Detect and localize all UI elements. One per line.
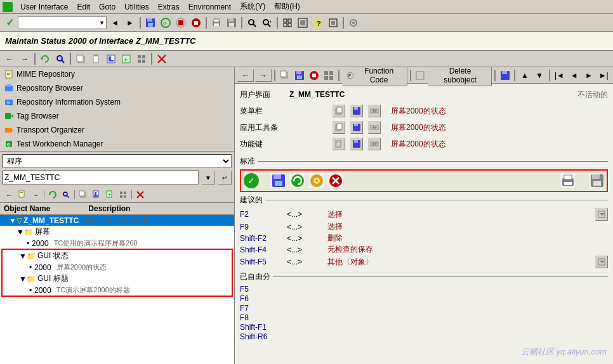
rt-nav-prev[interactable]: ◄	[567, 68, 581, 82]
menu-extras[interactable]: Extras	[154, 1, 183, 13]
tree-row-2[interactable]: • 2000 TC使用的演示程序屏幕200	[0, 238, 234, 249]
find-next-btn[interactable]: +	[260, 16, 274, 30]
lt-copy-btn[interactable]	[77, 188, 89, 201]
tree-row-6[interactable]: • 2000 TC演示屏幕2000的标题	[3, 285, 232, 296]
nav-fwd-btn[interactable]: ►	[123, 16, 137, 30]
lt-create-btn[interactable]: +	[103, 188, 116, 201]
customize-btn[interactable]	[326, 16, 340, 30]
suggest-icon-0[interactable]	[595, 208, 608, 221]
green-check-btn[interactable]: ✓	[3, 16, 16, 30]
std-btn-refresh[interactable]	[289, 173, 305, 188]
tree-toggle-1[interactable]: ▼	[16, 228, 24, 237]
add-btn[interactable]	[104, 52, 118, 66]
settings-btn[interactable]	[346, 16, 360, 30]
rt-blank-btn[interactable]	[414, 68, 427, 82]
tree-toggle-5[interactable]: ▼	[19, 275, 27, 283]
menu-icon1[interactable]	[333, 105, 345, 117]
back-btn[interactable]: ←	[3, 52, 16, 66]
rt-nav-last[interactable]: ►|	[597, 68, 610, 82]
rt-nav-up[interactable]: ▲	[518, 68, 531, 82]
shortcut-btn2[interactable]	[174, 16, 188, 30]
std-btn-redx[interactable]	[327, 173, 343, 188]
lt-reload-btn[interactable]	[46, 188, 59, 201]
nav-tag[interactable]: Tag Browser	[0, 109, 234, 123]
program-go-btn[interactable]: ↵	[218, 171, 232, 185]
rt-fwd-btn[interactable]: →	[255, 69, 272, 82]
rt-grid-btn[interactable]	[322, 68, 336, 82]
rt-back-btn[interactable]: ←	[237, 69, 254, 82]
program-combo[interactable]: 程序	[3, 154, 232, 168]
left-panel: MIME Repository Repository Browser 🔍 Rep…	[0, 67, 235, 364]
rt-save-btn[interactable]	[293, 68, 306, 82]
nav-back-btn[interactable]: ◄	[108, 16, 122, 30]
std-btn-check[interactable]: ✓	[244, 173, 259, 188]
std-btn-save[interactable]	[270, 173, 286, 188]
program-browse-btn[interactable]: ▼	[201, 171, 215, 185]
menu-system[interactable]: 系统(Y)	[236, 0, 269, 13]
std-btn-print[interactable]	[560, 173, 575, 188]
program-input[interactable]	[3, 171, 199, 185]
rt-nav-next[interactable]: ►	[582, 68, 595, 82]
paste-btn[interactable]	[89, 52, 103, 66]
search-btn[interactable]	[53, 52, 67, 66]
reload-btn[interactable]	[38, 52, 52, 66]
std-btn-disk[interactable]	[589, 173, 604, 188]
tree-row-3[interactable]: ▼ 📁 GUI 状态	[3, 250, 232, 262]
rt-save2-btn[interactable]	[498, 68, 511, 82]
create-btn[interactable]: +	[119, 52, 133, 66]
nav-test[interactable]: ⚙ Test Workbench Manager	[0, 137, 234, 151]
disk-btn[interactable]	[225, 16, 239, 30]
rt-copy-btn[interactable]	[278, 68, 291, 82]
lt-fwd-btn[interactable]: →	[29, 188, 42, 201]
print-btn[interactable]	[209, 16, 223, 30]
lt-delete-btn[interactable]	[134, 188, 147, 201]
suggest-icon-4[interactable]	[595, 256, 608, 268]
tree-row-4[interactable]: • 2000 屏幕2000的状态	[3, 262, 232, 273]
contract-btn[interactable]	[296, 16, 310, 30]
help-btn[interactable]: ?	[311, 16, 325, 30]
tree-area[interactable]: ▼ ▽ Z_MM_TESTTC 屏幕元素TC演示程序 ▼ 📁 屏幕 • 2000	[0, 215, 234, 364]
forward-btn[interactable]: →	[18, 52, 32, 66]
menu-icon2[interactable]	[350, 105, 363, 117]
lt-back-btn[interactable]: ←	[3, 188, 15, 201]
command-input[interactable]: ▼	[18, 16, 107, 29]
lt-search-btn[interactable]	[60, 188, 72, 201]
tree-row-5[interactable]: ▼ 📁 GUI 标题	[3, 273, 232, 285]
grid-btn[interactable]	[135, 52, 148, 66]
toolbar-icon3[interactable]	[368, 121, 381, 134]
menu-goto[interactable]: Goto	[95, 1, 119, 13]
tree-row-1[interactable]: ▼ 📁 屏幕	[0, 226, 234, 238]
fkey-icon3[interactable]	[368, 138, 381, 150]
lt-grid-btn[interactable]	[117, 188, 129, 201]
menu-utilities[interactable]: Utilities	[121, 1, 153, 13]
nav-repoinfo[interactable]: 🔍 Repository Information System	[0, 95, 234, 109]
rt-nav-down[interactable]: ▼	[533, 68, 546, 82]
delete-btn[interactable]	[155, 52, 169, 66]
tree-toggle-0[interactable]: ▼	[9, 216, 16, 225]
fkey-icon1[interactable]	[333, 138, 345, 150]
menu-help[interactable]: 帮助(H)	[270, 0, 304, 13]
menu-edit[interactable]: Edit	[73, 1, 94, 13]
menu-icon3[interactable]	[368, 105, 381, 117]
copy-btn[interactable]	[74, 52, 88, 66]
save-btn[interactable]	[143, 16, 157, 30]
expand-btn[interactable]	[280, 16, 294, 30]
lt-add-btn[interactable]	[90, 188, 103, 201]
toolbar-icon2[interactable]	[350, 121, 363, 134]
menu-environment[interactable]: Environment	[185, 1, 235, 13]
rt-nav-first[interactable]: |◄	[553, 68, 566, 82]
shortcut-btn1[interactable]: ⟳	[159, 16, 173, 30]
toolbar-icon1[interactable]	[333, 121, 345, 134]
fkey-icon2[interactable]	[350, 138, 363, 150]
nav-repo[interactable]: Repository Browser	[0, 81, 234, 95]
std-btn-settings[interactable]	[308, 173, 324, 188]
tree-toggle-3[interactable]: ▼	[19, 252, 27, 261]
menu-user-interface[interactable]: User Interface	[16, 1, 72, 13]
stop-btn[interactable]	[189, 16, 203, 30]
nav-mime[interactable]: MIME Repository	[0, 67, 234, 81]
find-btn[interactable]	[245, 16, 259, 30]
lt-doc-btn[interactable]	[16, 188, 29, 201]
nav-transport[interactable]: Transport Organizer	[0, 123, 234, 137]
rt-stop-btn[interactable]	[307, 68, 320, 82]
tree-row-0[interactable]: ▼ ▽ Z_MM_TESTTC 屏幕元素TC演示程序	[0, 215, 234, 226]
